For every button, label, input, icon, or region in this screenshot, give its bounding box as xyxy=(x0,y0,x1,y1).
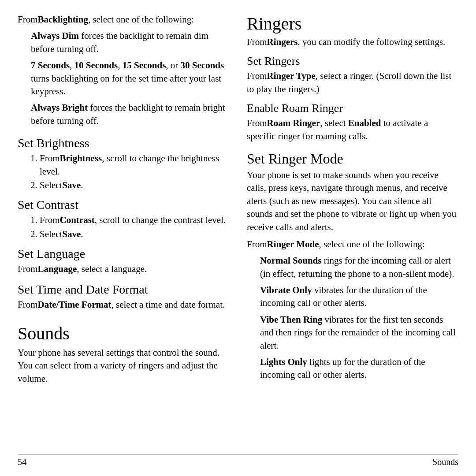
always-bright-bold: Always Bright xyxy=(31,102,88,113)
vibrate-only-text: Vibrate Only vibrates for the duration o… xyxy=(247,284,458,310)
backlighting-intro: FromBacklighting, select one of the foll… xyxy=(18,13,229,26)
enable-roam-text: FromRoam Ringer, select Enabled to activ… xyxy=(247,117,458,143)
language-from: From xyxy=(18,264,38,274)
right-column: Ringers FromRingers, you can modify the … xyxy=(247,13,458,454)
timedate-text: , select a time and date format. xyxy=(112,299,225,310)
ringers-text: , you can modify the following settings. xyxy=(298,37,446,47)
seconds-text: 7 Seconds, 10 Seconds, 15 Seconds, or 30… xyxy=(18,59,229,98)
or-text: , or xyxy=(166,60,180,71)
from-text: From xyxy=(18,14,38,25)
ringers-heading: Ringers xyxy=(247,13,458,34)
contrast-steps: FromContrast, scroll to change the contr… xyxy=(18,214,229,242)
setringers-bold: Ringer Type xyxy=(267,71,316,81)
set-language-text: FromLanguage, select a language. xyxy=(18,263,229,275)
brightness-period: . xyxy=(81,180,83,190)
set-ringer-mode-heading: Set Ringer Mode xyxy=(247,151,458,167)
comma1: , xyxy=(70,60,74,71)
brightness-from: From xyxy=(40,153,60,164)
always-dim-bold: Always Dim xyxy=(31,30,79,41)
set-language-heading: Set Language xyxy=(18,247,229,261)
content-area: FromBacklighting, select one of the foll… xyxy=(18,13,458,454)
contrast-text: , scroll to change the contrast level. xyxy=(95,215,226,225)
set-time-date-heading: Set Time and Date Format xyxy=(18,283,229,297)
roam-text-pre: , select xyxy=(320,118,346,128)
set-time-date-text: FromDate/Time Format, select a time and … xyxy=(18,298,229,311)
roam-enabled-bold: Enabled xyxy=(348,118,381,128)
vibrate-only-bold: Vibrate Only xyxy=(260,285,312,295)
language-bold: Language xyxy=(38,264,77,274)
contrast-step2: SelectSave. xyxy=(40,228,229,241)
brightness-select: Select xyxy=(40,180,62,190)
left-column: FromBacklighting, select one of the foll… xyxy=(18,13,229,454)
page-footer: 54 Sounds xyxy=(18,454,458,467)
contrast-save-bold: Save xyxy=(62,229,81,239)
ringers-intro: FromRingers, you can modify the followin… xyxy=(247,36,458,48)
always-dim-text: Always Dim forces the backlight to remai… xyxy=(18,30,229,56)
brightness-bold: Brightness xyxy=(60,153,102,164)
brightness-step2: SelectSave. xyxy=(40,179,229,192)
comma2: , xyxy=(118,60,123,71)
language-text: , select a language. xyxy=(77,264,147,274)
ringermode-bold: Ringer Mode xyxy=(267,239,319,249)
ringer-mode-text1: Your phone is set to make sounds when yo… xyxy=(247,169,458,234)
ringermode-from: From xyxy=(247,239,267,249)
contrast-period: . xyxy=(81,229,83,239)
sounds-text: Your phone has several settings that con… xyxy=(18,346,229,385)
set-brightness-heading: Set Brightness xyxy=(18,136,229,150)
ringers-from: From xyxy=(247,37,267,47)
set-ringers-heading: Set Ringers xyxy=(247,55,458,68)
backlighting-bold: Backlighting xyxy=(38,14,88,25)
roam-bold: Roam Ringer xyxy=(267,118,320,128)
vibe-then-ring-text: Vibe Then Ring vibrates for the first te… xyxy=(247,313,458,352)
roam-from: From xyxy=(247,118,267,128)
normal-sounds-text: Normal Sounds rings for the incoming cal… xyxy=(247,254,458,280)
setringers-from: From xyxy=(247,71,267,81)
footer-section: Sounds xyxy=(432,457,458,467)
ringer-mode-from: FromRinger Mode, select one of the follo… xyxy=(247,238,458,251)
timedate-from: From xyxy=(18,299,38,310)
sounds-heading: Sounds xyxy=(18,323,229,344)
always-bright-text: Always Bright forces the backlight to re… xyxy=(18,101,229,127)
enable-roam-heading: Enable Roam Ringer xyxy=(247,102,458,115)
contrast-bold: Contrast xyxy=(60,215,95,225)
ringers-bold: Ringers xyxy=(267,37,298,47)
brightness-step1: FromBrightness, scroll to change the bri… xyxy=(40,152,229,178)
vibe-then-bold: Vibe Then Ring xyxy=(260,314,322,325)
contrast-step1: FromContrast, scroll to change the contr… xyxy=(40,214,229,227)
contrast-select: Select xyxy=(40,229,62,239)
contrast-from: From xyxy=(40,215,60,225)
timedate-bold: Date/Time Format xyxy=(38,299,112,310)
brightness-steps: FromBrightness, scroll to change the bri… xyxy=(18,152,229,193)
set-ringers-text: FromRinger Type, select a ringer. (Scrol… xyxy=(247,70,458,96)
seconds-desc: turns backlighting on for the set time a… xyxy=(31,73,221,97)
lights-only-bold: Lights Only xyxy=(260,357,307,367)
page-number: 54 xyxy=(18,457,26,467)
backlighting-line1b: , select one of the following: xyxy=(88,14,194,25)
ringermode-text2: , select one of the following: xyxy=(319,239,425,249)
page: FromBacklighting, select one of the foll… xyxy=(0,0,476,476)
brightness-save-bold: Save xyxy=(62,180,81,190)
7sec-bold: 7 Seconds xyxy=(31,60,70,71)
30sec-bold: 30 Seconds xyxy=(181,60,224,71)
10sec-bold: 10 Seconds xyxy=(74,60,118,71)
lights-only-text: Lights Only lights up for the duration o… xyxy=(247,356,458,382)
normal-sounds-bold: Normal Sounds xyxy=(260,255,321,266)
set-contrast-heading: Set Contrast xyxy=(18,198,229,212)
15sec-bold: 15 Seconds xyxy=(123,60,166,71)
